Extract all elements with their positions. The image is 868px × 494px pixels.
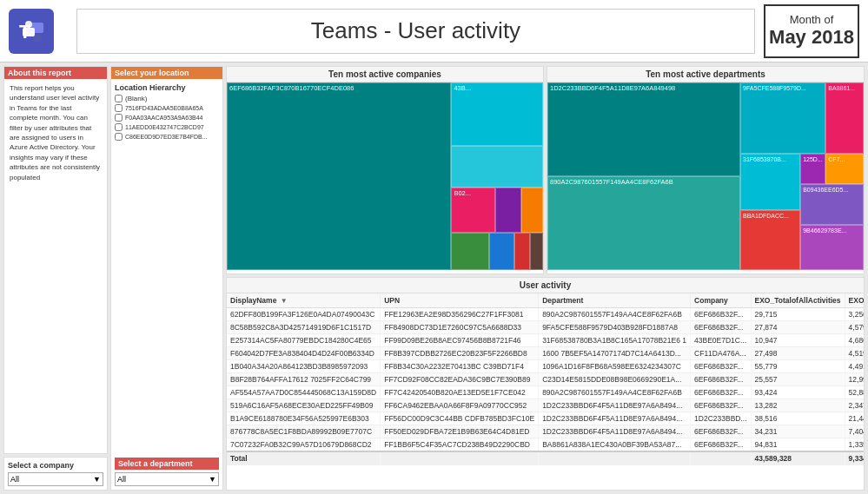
left-panel: About this report This report helps you … — [3, 66, 108, 491]
location-item-2-label: F0AA03AACA953A9A63B44 — [125, 115, 203, 121]
companies-treemap-content: 6EF686B32FAF3C870B16770ECF4DE086 43B... … — [227, 82, 543, 270]
table-cell: 6EF686B32F... — [691, 438, 751, 452]
col-total-activities[interactable]: EXO_TotalofAllActivities — [751, 293, 845, 308]
top-charts: Ten most active companies 6EF686B32FAF3C… — [226, 66, 865, 274]
dept-cell-6[interactable]: 125D... — [800, 154, 825, 184]
location-checkbox-4[interactable] — [115, 133, 123, 141]
dept-cell-7[interactable]: CF7... — [825, 154, 864, 184]
table-cell: FF56DC00D9C3C44BB CDFB785BD3FC10E — [381, 412, 539, 425]
company-dropdown-value: All — [10, 475, 19, 484]
table-cell: 6EF686B32F... — [691, 360, 751, 373]
user-activity-table: DisplayName ▼ UPN Department Company EXO… — [227, 293, 864, 465]
table-cell: 13,282 — [751, 399, 845, 412]
select-dept-title: Select a department — [115, 458, 219, 470]
col-displayname[interactable]: DisplayName ▼ — [227, 293, 381, 308]
company-cell-2[interactable]: 43B... — [451, 82, 543, 146]
company-cell-5[interactable] — [495, 188, 520, 233]
table-cell: FFE12963EA2E98D356296C27F1FF3081 — [381, 308, 539, 321]
location-item-3[interactable]: 11AEDD0E432747C2BCD97 — [115, 123, 219, 131]
table-cell: 27,498 — [751, 347, 845, 360]
company-cell-9[interactable] — [514, 233, 530, 270]
table-cell: AF554A57AA7D0C854445068C13A159D8D — [227, 386, 381, 399]
dept-cell-8[interactable]: BBA1DFDACC... — [740, 210, 800, 270]
table-cell: 6EF686B32F... — [691, 386, 751, 399]
location-item-blank[interactable]: (Blank) — [115, 95, 219, 102]
page-title: Teams - User activity — [311, 17, 520, 44]
table-row: 62DFF80B199FA3F126E0A4DA07490043CFFE1296… — [227, 308, 864, 321]
departments-treemap-content: 1D2C233BBD6F4F5A11D8E97A6A849498 9FA5CFE… — [547, 82, 864, 270]
col-dept[interactable]: Department — [539, 293, 691, 308]
table-cell: 4,686 — [845, 334, 864, 347]
select-company-title: Select a company — [8, 461, 103, 470]
total-cell — [691, 451, 751, 465]
table-cell: 94,831 — [751, 438, 845, 452]
table-cell: 8C58B592C8A3D425714919D6F1C1517D — [227, 321, 381, 334]
departments-treemap: Ten most active departments 1D2C233BBD6F… — [547, 66, 865, 274]
dept-cell-10[interactable]: 9B46629783E... — [800, 225, 864, 270]
location-item-1[interactable]: 7516FD43ADAA5E0B8A65A — [115, 104, 219, 112]
company-dropdown[interactable]: All ▼ — [8, 472, 103, 486]
header: T Teams - User activity Month of May 201… — [0, 0, 868, 63]
table-cell: CF11DA476A... — [691, 347, 751, 360]
location-checkbox-3[interactable] — [115, 123, 123, 131]
table-cell: 1600 7B5EF5A14707174D7C14A6413D... — [539, 347, 691, 360]
table-cell: 10,947 — [751, 334, 845, 347]
dept-cell-4[interactable]: 890A2C987601557F149AA4CE8F62FA6B — [547, 176, 740, 270]
company-cell-4[interactable]: B02... — [451, 188, 495, 233]
location-item-blank-label: (Blank) — [125, 95, 147, 102]
company-dropdown-chevron: ▼ — [93, 475, 101, 484]
table-cell: 7C07232FA0B32C99A57D10679D868CD2 — [227, 438, 381, 452]
table-cell: 31F68538780B3A1B8C165A17078B21E6 1 — [539, 334, 691, 347]
dept-dropdown-value: All — [117, 475, 126, 484]
dept-cell-5[interactable]: 31F6853870B... — [740, 154, 800, 210]
location-checkbox-2[interactable] — [115, 114, 123, 122]
main-content: About this report This report helps you … — [0, 63, 868, 494]
dept-cell-2[interactable]: 9FA5CFE588F9579D... — [740, 82, 825, 154]
location-item-4[interactable]: C86EE0D9D7ED3E7B4FDB... — [115, 133, 219, 141]
table-cell: 4,491 — [845, 360, 864, 373]
table-cell: 890A2C987601557F149AA4CE8F62FA6B — [539, 308, 691, 321]
table-cell: FF8B397CDBB2726EC20B23F5F2266BD8 — [381, 347, 539, 360]
company-cell-8[interactable] — [489, 233, 514, 270]
table-cell: B1A9CE6188780E34F56A525997E6B303 — [227, 412, 381, 425]
table-cell: 1096A1D16F8FB68A598EE6324234307C — [539, 360, 691, 373]
table-cell: 1D2C233BBD6F4F5A11D8E97A6A8494... — [539, 399, 691, 412]
col-upn[interactable]: UPN — [381, 293, 539, 308]
table-row: F604042D7FE3A838404D4D24F00B6334DFF8B397… — [227, 347, 864, 360]
dept-dropdown[interactable]: All ▼ — [115, 472, 219, 486]
dept-cell-9[interactable]: B09436EE6D5... — [800, 184, 864, 226]
location-item-2[interactable]: F0AA03AACA953A9A63B44 — [115, 114, 219, 122]
company-cell-10[interactable] — [530, 233, 543, 270]
table-cell: FF8B34C30A2232E70413BC C39BD71F4 — [381, 360, 539, 373]
date-line1: Month of — [790, 13, 834, 26]
col-company[interactable]: Company — [691, 293, 751, 308]
company-cell-7[interactable] — [451, 233, 489, 270]
dept-cell-1[interactable]: 1D2C233BBD6F4F5A11D8E97A6A849498 — [547, 82, 740, 176]
table-cell: C23D14E5815DDE08B98E0669290E1A... — [539, 373, 691, 386]
col-email-read[interactable]: EXO_TotalEmailRead — [845, 293, 864, 308]
table-row: B1A9CE6188780E34F56A525997E6B303FF56DC00… — [227, 412, 864, 425]
table-cell: FF7C42420540B820AE13ED5E1F7CE042 — [381, 386, 539, 399]
table-row: 876778C8A5EC1F8BDA89992B09E7707CFF50ED02… — [227, 425, 864, 438]
table-row: AF554A57AA7D0C854445068C13A159D8DFF7C424… — [227, 386, 864, 399]
table-cell: 25,557 — [751, 373, 845, 386]
table-row: E257314AC5FA80779EBDC184280C4E65FF99D09B… — [227, 334, 864, 347]
table-cell: 52,887 — [845, 386, 864, 399]
company-cell-1[interactable]: 6EF686B32FAF3C870B16770ECF4DE086 — [227, 82, 451, 270]
table-wrapper[interactable]: DisplayName ▼ UPN Department Company EXO… — [227, 293, 864, 490]
location-checkbox-blank[interactable] — [115, 95, 123, 102]
companies-chart-title: Ten most active companies — [227, 67, 543, 82]
table-cell: 1,335 — [845, 438, 864, 452]
location-panel: Select your location Location Hierarchy … — [110, 66, 223, 491]
company-cell-3[interactable] — [451, 146, 543, 188]
table-cell: 6EF686B32F... — [691, 308, 751, 321]
company-cell-6[interactable] — [521, 188, 543, 233]
date-box: Month of May 2018 — [764, 4, 859, 58]
dept-cell-3[interactable]: BA8861... — [825, 82, 864, 154]
table-row: B8F28B764AFFA17612 7025FF2C64C799FF7CD92… — [227, 373, 864, 386]
location-checkbox-1[interactable] — [115, 104, 123, 112]
location-item-4-label: C86EE0D9D7ED3E7B4FDB... — [125, 134, 208, 140]
select-company-box: Select a company All ▼ — [3, 457, 108, 491]
table-cell: 6EF686B32F... — [691, 321, 751, 334]
about-box: About this report This report helps you … — [3, 66, 108, 454]
